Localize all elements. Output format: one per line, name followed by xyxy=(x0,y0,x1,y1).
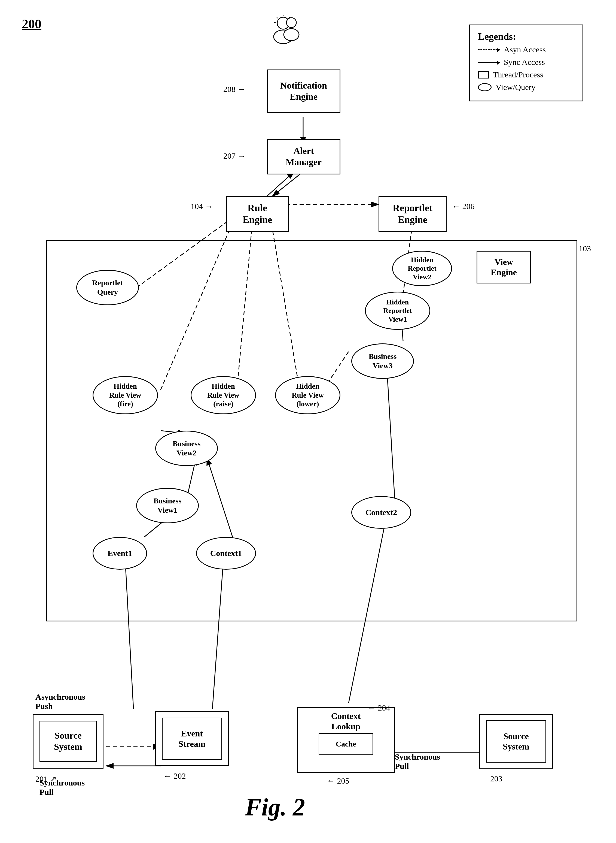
alert-manager-label: AlertManager xyxy=(286,146,322,168)
ref-203: 203 xyxy=(490,774,502,783)
svg-point-5 xyxy=(284,29,299,41)
legend-sync-label: Sync Access xyxy=(504,57,545,67)
hidden-reportlet-view2-oval: HiddenReportletView2 xyxy=(392,251,452,286)
svg-line-11 xyxy=(272,172,303,196)
notification-engine-box: NotificationEngine xyxy=(267,69,340,113)
hidden-rule-view-lower-oval: HiddenRule View(lower) xyxy=(275,376,340,414)
ref-207: 207 → xyxy=(223,151,246,160)
event1-oval: Event1 xyxy=(92,537,147,569)
view-engine-label: ViewEngine xyxy=(491,257,517,278)
fig-caption: Fig. 2 xyxy=(245,793,305,821)
business-view2-oval: BusinessView2 xyxy=(155,431,218,466)
event-stream-box: EventStream xyxy=(155,711,229,766)
legend-async: Asyn Access xyxy=(478,45,574,54)
svg-line-12 xyxy=(267,172,294,196)
event-stream-label: EventStream xyxy=(179,728,205,749)
source-system-201-outer: SourceSystem xyxy=(33,714,104,769)
ref-104: 104 → xyxy=(191,202,213,211)
hidden-rule-view-raise-label: HiddenRule View(raise) xyxy=(207,382,239,408)
context2-label: Context2 xyxy=(365,508,397,517)
hidden-reportlet-view1-label: HiddenReportletView1 xyxy=(383,298,412,324)
sync-pull-right-label: SynchronousPull xyxy=(395,752,440,771)
cache-label: Cache xyxy=(336,739,356,749)
context-lookup-label: ContextLookup xyxy=(331,711,361,732)
context-lookup-outer: ContextLookup Cache xyxy=(297,707,395,773)
business-view2-label: BusinessView2 xyxy=(173,439,201,458)
source-system-203-outer: SourceSystem xyxy=(479,714,553,769)
async-push-label: AsynchronousPush xyxy=(35,692,85,711)
legend-async-label: Asyn Access xyxy=(504,45,546,54)
legend-title: Legends: xyxy=(478,31,574,42)
rule-engine-box: RuleEngine xyxy=(226,196,289,232)
legend-view-label: View/Query xyxy=(496,82,535,92)
legend-box: Legends: Asyn Access Sync Access Thread/… xyxy=(469,25,583,102)
notification-engine-label: NotificationEngine xyxy=(280,80,327,103)
hidden-reportlet-view1-oval: HiddenReportletView1 xyxy=(365,291,430,330)
ref-205: ← 205 xyxy=(327,776,349,786)
ref-204: ← 204 xyxy=(368,703,390,712)
svg-point-2 xyxy=(277,17,289,29)
business-view3-label: BusinessView3 xyxy=(369,352,397,370)
legend-thread: Thread/Process xyxy=(478,70,574,79)
legend-thread-label: Thread/Process xyxy=(493,70,543,79)
ref-206: ← 206 xyxy=(452,202,475,211)
source-system-201-inner: SourceSystem xyxy=(40,721,97,762)
rule-engine-label: RuleEngine xyxy=(243,202,272,226)
figure-number: 200 xyxy=(22,16,41,31)
context1-label: Context1 xyxy=(210,548,242,558)
business-view3-oval: BusinessView3 xyxy=(351,343,414,379)
context2-oval: Context2 xyxy=(351,496,411,529)
alert-manager-box: AlertManager xyxy=(267,139,340,174)
async-line-icon xyxy=(478,49,500,50)
business-view1-label: BusinessView1 xyxy=(154,496,182,515)
view-oval-icon xyxy=(478,83,491,91)
cache-box: Cache xyxy=(318,733,373,755)
reportlet-query-label: ReportletQuery xyxy=(92,278,123,297)
source-system-203-label: SourceSystem xyxy=(503,731,529,752)
reportlet-engine-box: ReportletEngine xyxy=(378,196,447,232)
thread-rect-icon xyxy=(478,71,489,78)
event1-label: Event1 xyxy=(107,548,132,558)
hidden-rule-view-fire-oval: HiddenRule View(fire) xyxy=(92,376,158,414)
diagram-container: 200 Legends: Asyn Access Sync Access Thr… xyxy=(0,0,616,843)
reportlet-engine-label: ReportletEngine xyxy=(393,202,433,226)
source-system-201-label: SourceSystem xyxy=(54,730,82,753)
hidden-reportlet-view2-label: HiddenReportletView2 xyxy=(408,256,436,281)
business-view1-oval: BusinessView1 xyxy=(136,488,199,523)
sync-pull-left-label: SynchronousPull xyxy=(40,778,85,797)
svg-point-3 xyxy=(274,30,293,44)
ref-103: 103 xyxy=(579,244,591,253)
reportlet-query-oval: ReportletQuery xyxy=(76,270,139,305)
hidden-rule-view-fire-label: HiddenRule View(fire) xyxy=(109,382,141,408)
svg-line-8 xyxy=(289,17,290,18)
legend-view: View/Query xyxy=(478,82,574,92)
context1-oval: Context1 xyxy=(196,537,256,569)
hidden-rule-view-lower-label: HiddenRule View(lower) xyxy=(292,382,324,408)
view-engine-box: ViewEngine xyxy=(477,251,531,284)
ref-202: ← 202 xyxy=(163,771,186,781)
legend-sync: Sync Access xyxy=(478,57,574,67)
svg-point-4 xyxy=(286,18,296,28)
ref-208: 208 → xyxy=(223,84,246,94)
svg-line-7 xyxy=(277,17,278,18)
hidden-rule-view-raise-oval: HiddenRule View(raise) xyxy=(191,376,256,414)
sync-line-icon xyxy=(478,62,500,63)
